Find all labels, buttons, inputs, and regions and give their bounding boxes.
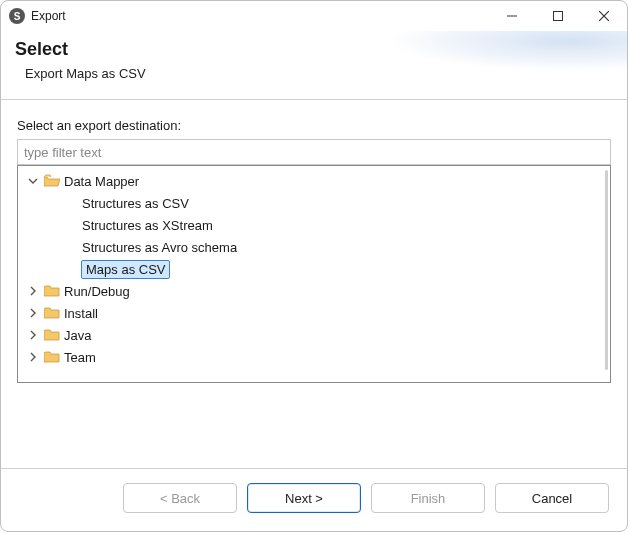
- tree-leaf-structures-csv[interactable]: Structures as CSV: [22, 192, 610, 214]
- maximize-button[interactable]: [535, 1, 581, 31]
- folder-icon: [44, 328, 60, 342]
- chevron-right-icon[interactable]: [26, 350, 40, 364]
- wizard-banner: Select Export Maps as CSV: [1, 31, 627, 100]
- folder-icon: [44, 284, 60, 298]
- finish-button[interactable]: Finish: [371, 483, 485, 513]
- back-button[interactable]: < Back: [123, 483, 237, 513]
- tree-node-run-debug[interactable]: Run/Debug: [22, 280, 610, 302]
- tree-node-java[interactable]: Java: [22, 324, 610, 346]
- folder-icon: [44, 306, 60, 320]
- tree-leaf-structures-avro[interactable]: Structures as Avro schema: [22, 236, 610, 258]
- wizard-footer: < Back Next > Finish Cancel: [1, 469, 627, 531]
- tree-leaf-structures-xstream[interactable]: Structures as XStream: [22, 214, 610, 236]
- next-button[interactable]: Next >: [247, 483, 361, 513]
- chevron-right-icon[interactable]: [26, 328, 40, 342]
- tree-node-label: Maps as CSV: [82, 261, 169, 278]
- tree-node-label: Run/Debug: [64, 284, 130, 299]
- tree-node-label: Install: [64, 306, 98, 321]
- close-icon: [599, 11, 609, 21]
- tree-node-team[interactable]: Team: [22, 346, 610, 368]
- page-subtitle: Export Maps as CSV: [25, 66, 611, 81]
- close-button[interactable]: [581, 1, 627, 31]
- chevron-right-icon[interactable]: [26, 284, 40, 298]
- chevron-right-icon[interactable]: [26, 306, 40, 320]
- tree-node-label: Data Mapper: [64, 174, 139, 189]
- tree-node-install[interactable]: Install: [22, 302, 610, 324]
- folder-icon: [44, 350, 60, 364]
- tree-node-label: Structures as Avro schema: [82, 240, 237, 255]
- filter-input[interactable]: [17, 139, 611, 165]
- scrollbar[interactable]: [605, 170, 608, 370]
- destination-label: Select an export destination:: [17, 118, 611, 133]
- cancel-button[interactable]: Cancel: [495, 483, 609, 513]
- tree-node-data-mapper[interactable]: Data Mapper: [22, 170, 610, 192]
- tree-node-label: Team: [64, 350, 96, 365]
- chevron-down-icon[interactable]: [26, 174, 40, 188]
- tree-node-label: Structures as XStream: [82, 218, 213, 233]
- minimize-button[interactable]: [489, 1, 535, 31]
- minimize-icon: [507, 11, 517, 21]
- window-title: Export: [31, 9, 66, 23]
- tree-leaf-maps-csv[interactable]: Maps as CSV: [22, 258, 610, 280]
- wizard-content: Select an export destination: Data Mappe…: [1, 100, 627, 408]
- folder-open-icon: [44, 174, 60, 188]
- tree-node-label: Structures as CSV: [82, 196, 189, 211]
- maximize-icon: [553, 11, 563, 21]
- svg-rect-0: [554, 12, 563, 21]
- app-icon: S: [9, 8, 25, 24]
- export-dialog: S Export Select Export Maps as CSV Selec…: [0, 0, 628, 532]
- title-bar: S Export: [1, 1, 627, 31]
- page-title: Select: [15, 39, 611, 60]
- tree-node-label: Java: [64, 328, 91, 343]
- export-tree: Data Mapper Structures as CSV Structures…: [17, 165, 611, 383]
